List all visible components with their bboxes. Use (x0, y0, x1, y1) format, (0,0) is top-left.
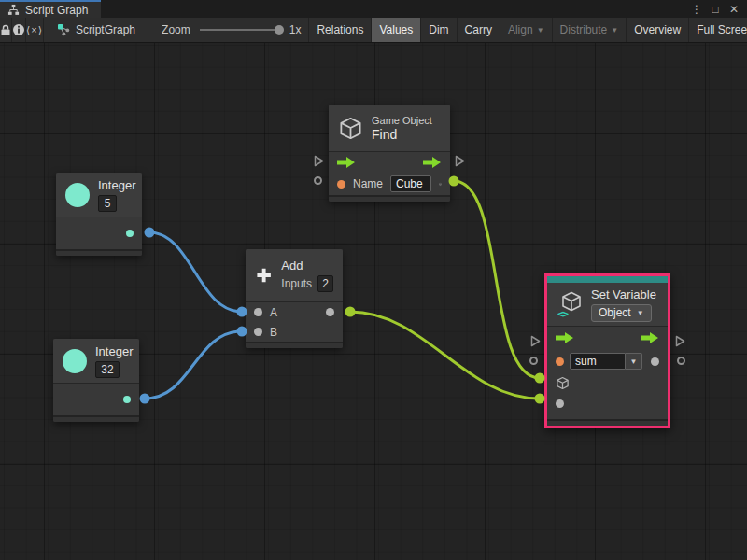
wire-find-to-setvariable-object[interactable] (454, 181, 540, 378)
overview-button[interactable]: Overview (626, 18, 688, 42)
wire-endpoint[interactable] (145, 228, 155, 238)
add-header[interactable]: Add Inputs (246, 249, 343, 301)
carry-label: Carry (465, 23, 492, 36)
set-variable-value-row (547, 393, 668, 413)
wire-integer5-to-add-a[interactable] (149, 232, 242, 312)
distribute-label: Distribute (560, 23, 608, 36)
zoom-slider-handle[interactable] (275, 25, 284, 35)
value-input-port[interactable] (556, 399, 564, 408)
zoom-slider[interactable] (200, 29, 282, 31)
flow-in-arrow-icon[interactable] (556, 332, 574, 343)
integer-type-icon (63, 349, 87, 373)
node-title: Integer (95, 344, 133, 358)
find-header[interactable]: Game Object Find (329, 105, 450, 151)
integer-32-header[interactable]: Integer (53, 339, 139, 383)
input-port-b[interactable] (254, 328, 262, 336)
inputs-count-field[interactable] (317, 275, 333, 292)
maximize-icon[interactable]: □ (708, 3, 723, 16)
tab-title: Script Graph (25, 4, 88, 17)
graph-canvas[interactable]: Integer Integer (0, 43, 747, 560)
carry-button[interactable]: Carry (457, 18, 500, 42)
set-variable-header[interactable]: <> Set Variable Object ▼ (547, 283, 668, 326)
node-integer-32[interactable]: Integer (53, 339, 139, 422)
script-graph-icon (57, 23, 70, 36)
graph-name-label: ScriptGraph (76, 23, 135, 36)
node-title: Find (372, 127, 397, 142)
wire-endpoint[interactable] (449, 176, 459, 187)
integer-5-header[interactable]: Integer (56, 173, 142, 217)
name-label: Name (353, 177, 383, 190)
variable-kind-dropdown[interactable]: Object ▼ (591, 304, 652, 322)
output-port[interactable] (123, 396, 131, 403)
set-variable-object-row (547, 373, 668, 393)
tab-script-graph[interactable]: Script Graph (0, 0, 101, 18)
node-game-object-find[interactable]: Game Object Find Name (329, 105, 450, 202)
node-integer-5[interactable]: Integer (56, 173, 142, 256)
toolbar-buttons: Relations Values Dim Carry Align ▼ Distr… (308, 18, 747, 42)
control-input-port-outer[interactable] (314, 154, 324, 171)
node-footer (329, 195, 450, 202)
value-input-port-outer[interactable] (529, 357, 538, 365)
value-output-port[interactable] (651, 357, 659, 366)
value-input-port-outer[interactable] (314, 176, 322, 185)
tab-bar: Script Graph ⋮ □ ✕ (0, 0, 747, 18)
port-b-label: B (270, 326, 277, 339)
wire-integer32-to-add-b[interactable] (145, 331, 242, 399)
wire-endpoint[interactable] (345, 307, 356, 317)
integer-5-port-row (56, 217, 142, 249)
relations-button[interactable]: Relations (308, 18, 371, 42)
node-add[interactable]: Add Inputs A B (246, 249, 343, 348)
name-input-port[interactable] (337, 180, 345, 189)
chevron-down-icon: ▼ (537, 26, 544, 35)
distribute-button[interactable]: Distribute ▼ (552, 18, 627, 42)
integer-value-field[interactable] (95, 361, 120, 378)
code-view-button[interactable]: ⟨×⟩ (26, 18, 44, 42)
lock-icon (0, 24, 11, 36)
info-button[interactable] (12, 18, 26, 42)
variable-angle-brackets-icon: <> (557, 308, 568, 320)
value-output-port-outer[interactable] (677, 357, 685, 365)
integer-value-field[interactable] (98, 195, 117, 212)
full-screen-button[interactable]: Full Screen (688, 18, 747, 42)
port-a-label: A (270, 306, 277, 319)
graph-breadcrumb[interactable]: ScriptGraph (57, 18, 135, 42)
variable-name-port[interactable] (556, 357, 564, 366)
wire-add-to-setvariable-value[interactable] (350, 312, 540, 399)
node-set-variable-selected[interactable]: <> Set Variable Object ▼ (544, 273, 670, 428)
overview-label: Overview (634, 23, 681, 36)
dim-button[interactable]: Dim (420, 18, 456, 42)
game-object-output-port-icon[interactable] (439, 177, 442, 191)
flow-out-arrow-icon[interactable] (641, 332, 659, 343)
game-object-input-port-icon[interactable] (556, 376, 570, 390)
flow-out-arrow-icon[interactable] (423, 157, 442, 168)
graph-toolbar: ⟨×⟩ ScriptGraph Zoom 1x Relations Value (0, 18, 747, 43)
full-screen-label: Full Screen (697, 23, 747, 36)
wire-endpoint[interactable] (535, 394, 545, 404)
lock-button[interactable] (0, 18, 12, 42)
dim-label: Dim (429, 23, 448, 36)
zoom-label: Zoom (162, 23, 190, 36)
align-button[interactable]: Align ▼ (500, 18, 552, 42)
input-port-a[interactable] (254, 308, 262, 316)
flow-in-arrow-icon[interactable] (337, 157, 356, 168)
wire-endpoint[interactable] (535, 373, 545, 384)
control-output-port-outer[interactable] (455, 154, 465, 171)
window-controls: ⋮ □ ✕ (689, 0, 747, 18)
control-output-port-outer[interactable] (675, 334, 685, 351)
zoom-control: Zoom 1x (162, 18, 301, 42)
output-port[interactable] (126, 230, 134, 237)
node-footer (56, 249, 142, 256)
wire-endpoint[interactable] (140, 394, 150, 404)
more-menu-icon[interactable]: ⋮ (689, 3, 704, 16)
graph-hierarchy-icon (7, 4, 20, 16)
output-port-sum[interactable] (326, 308, 334, 316)
control-input-port-outer[interactable] (530, 334, 541, 351)
close-icon[interactable]: ✕ (726, 3, 741, 16)
values-button[interactable]: Values (371, 18, 420, 42)
name-value-field[interactable] (390, 175, 431, 192)
node-footer (547, 419, 668, 426)
variable-name-dropdown-button[interactable]: ▼ (626, 353, 642, 370)
find-name-row: Name (329, 173, 450, 195)
add-port-row-b: B (246, 322, 343, 342)
variable-name-field[interactable] (570, 353, 626, 370)
